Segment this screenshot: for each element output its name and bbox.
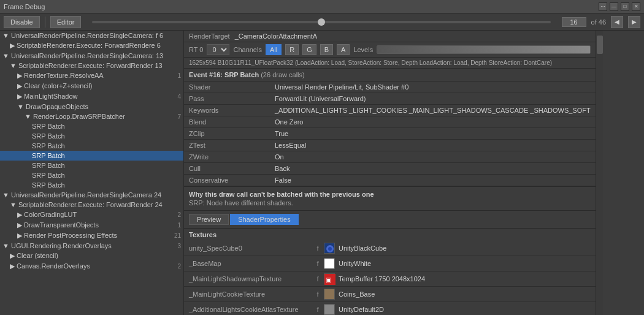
tree-item-urp3[interactable]: ▼ UniversalRenderPipeline.RenderSingleCa… (0, 190, 183, 200)
close-btn[interactable]: ✕ (632, 2, 640, 11)
prop-row: PassForwardLit (UniversalForward) (184, 93, 596, 105)
tree-item-clear1[interactable]: ▶ Clear (color+Z+stencil) (0, 81, 183, 91)
tree-item-dto[interactable]: ▶ DrawTransparentObjects1 (0, 220, 183, 230)
texture-row: _BaseMapfUnityWhite (184, 256, 596, 271)
tree-item-label: ▶ ColorGradingLUT (17, 211, 175, 219)
texture-name: _BaseMap (189, 260, 312, 267)
tab-btn-shaderproperties[interactable]: ShaderProperties (230, 214, 299, 225)
editor-button[interactable]: Editor (50, 16, 82, 28)
prop-value: False (270, 175, 596, 186)
tree-item-srp1[interactable]: ▶ ScriptableRenderer.Execute: ForwardRen… (0, 40, 183, 51)
tree-item-srpb5[interactable]: SRP Batch (0, 161, 183, 170)
frame-slider-track[interactable] (92, 21, 550, 23)
event-header: Event #16: SRP Batch (26 draw calls) (184, 69, 596, 82)
tree-item-count: 4 (177, 93, 181, 100)
tree-item-srpb6[interactable]: SRP Batch (0, 170, 183, 180)
frame-of-label: of 46 (591, 18, 606, 26)
prop-row: ConservativeFalse (184, 175, 596, 186)
tree-item-srpb7[interactable]: SRP Batch (0, 180, 183, 190)
tree-item-rl[interactable]: ▼ RenderLoop.DrawSRPBatcher7 (0, 112, 183, 121)
textures-section-title: Textures (184, 229, 596, 241)
tree-item-label: ▶ Canvas.RenderOverlays (10, 262, 175, 270)
prop-row: ZTestLessEqual (184, 140, 596, 151)
title-bar: Frame Debug ⋯ — □ ✕ (0, 0, 644, 13)
tree-item-rpe[interactable]: ▶ Render PostProcessing Effects21 (0, 230, 183, 241)
tree-item-label: ▼ ScriptableRenderer.Execute: ForwardRen… (10, 201, 181, 208)
texture-row: unity_SpecCube0fUnityBlackCube (184, 241, 596, 256)
tree-item-clear2[interactable]: ▶ Clear (stencil) (0, 251, 183, 261)
svg-point-1 (328, 247, 332, 251)
prop-row: ShaderUniversal Render Pipeline/Lit, Sub… (184, 82, 596, 93)
tree-item-srpb3[interactable]: SRP Batch (0, 141, 183, 151)
maximize-btn[interactable]: □ (621, 2, 629, 11)
minimize-btn[interactable]: — (610, 2, 618, 11)
tab-bar: PreviewShaderProperties (184, 211, 596, 229)
prev-frame-btn[interactable]: ◀ (611, 16, 623, 28)
tree-item-label: SRP Batch (32, 181, 181, 189)
next-frame-btn[interactable]: ▶ (628, 16, 640, 28)
svg-text:▣: ▣ (326, 276, 331, 283)
tree-item-label: ▼ UGUI.Rendering.RenderOverlays (2, 242, 175, 249)
rt-select[interactable]: 0 (207, 44, 229, 55)
prop-value: LessEqual (270, 140, 596, 151)
properties-table: ShaderUniversal Render Pipeline/Lit, Sub… (184, 82, 596, 186)
tree-item-count: 21 (174, 232, 181, 239)
texture-flag: f (312, 290, 324, 298)
prop-value: One Zero (270, 116, 596, 128)
tree-item-srpb2[interactable]: SRP Batch (0, 131, 183, 141)
tree-item-label: ▶ DrawTransparentObjects (17, 221, 175, 229)
tree-item-dob[interactable]: ▼ DrawOpaqueObjects (0, 102, 183, 112)
tree-item-count: 2 (177, 263, 181, 270)
tree-item-label: ▶ MainLightShadow (17, 93, 175, 101)
tab-btn-preview[interactable]: Preview (189, 214, 229, 225)
channel-g-btn[interactable]: G (302, 44, 316, 55)
tree-item-label: ▼ RenderLoop.DrawSRPBatcher (25, 113, 175, 120)
texture-name: _AdditionalLightsCookieAtlasTexture (189, 306, 312, 313)
tree-item-cro[interactable]: ▶ Canvas.RenderOverlays2 (0, 261, 183, 271)
tree-item-label: ▶ RenderTexture.ResolveAA (17, 72, 175, 80)
texture-name: unity_SpecCube0 (189, 245, 312, 252)
tree-item-label: ▶ Clear (stencil) (10, 252, 181, 260)
right-scroll-area: RenderTarget _CameraColorAttachmentA RT … (184, 31, 603, 315)
tree-item-srpb1[interactable]: SRP Batch (0, 121, 183, 131)
tree-item-srp3[interactable]: ▼ ScriptableRenderer.Execute: ForwardRen… (0, 200, 183, 210)
tree-item-ugui[interactable]: ▼ UGUI.Rendering.RenderOverlays3 (0, 241, 183, 251)
prop-key: Pass (184, 93, 270, 105)
tree-item-urp1[interactable]: ▼ UniversalRenderPipeline.RenderSingleCa… (0, 31, 183, 40)
left-panel: ▼ UniversalRenderPipeline.RenderSingleCa… (0, 31, 184, 315)
tree-item-label: SRP Batch (32, 142, 181, 150)
tree-item-count: 7 (177, 113, 181, 120)
frame-slider-thumb[interactable] (318, 18, 325, 26)
disable-button[interactable]: Disable (4, 16, 40, 28)
render-target-label: RenderTarget (189, 32, 230, 40)
channel-bar: RT 0 0 Channels All R G B A Levels (184, 42, 596, 58)
tree-item-clut[interactable]: ▶ ColorGradingLUT2 (0, 210, 183, 220)
channel-all-btn[interactable]: All (266, 44, 282, 55)
prop-key: ZWrite (184, 151, 270, 163)
channel-r-btn[interactable]: R (285, 44, 299, 55)
ellipsis-btn[interactable]: ⋯ (599, 2, 607, 11)
texture-label: UnityBlackCube (339, 245, 386, 252)
tree-item-label: SRP Batch (32, 123, 181, 130)
right-scrollbar-thumb[interactable] (597, 36, 603, 54)
tree-item-rt[interactable]: ▶ RenderTexture.ResolveAA1 (0, 70, 183, 81)
prop-row: ZClipTrue (184, 128, 596, 140)
channel-b-btn[interactable]: B (320, 44, 333, 55)
texture-row: _MainLightCookieTexturefCoins_Base (184, 287, 596, 302)
texture-label: Coins_Base (339, 290, 375, 298)
prop-row: Keywords_ADDITIONAL_LIGHTS _LIGHT_COOKIE… (184, 105, 596, 116)
tree-item-urp2[interactable]: ▼ UniversalRenderPipeline.RenderSingleCa… (0, 51, 183, 61)
right-scrollbar[interactable] (596, 31, 603, 315)
prop-key: Keywords (184, 105, 270, 116)
tree-item-label: ▼ DrawOpaqueObjects (17, 103, 181, 110)
textures-list: unity_SpecCube0fUnityBlackCube_BaseMapfU… (184, 241, 596, 315)
tree-item-mls[interactable]: ▶ MainLightShadow4 (0, 91, 183, 102)
prop-key: ZTest (184, 140, 270, 151)
batch-note-title: Why this draw call can't be batched with… (189, 191, 591, 198)
channel-a-btn[interactable]: A (337, 44, 350, 55)
tree-item-srpb4[interactable]: SRP Batch (0, 151, 183, 161)
prop-row: BlendOne Zero (184, 116, 596, 128)
levels-bar (377, 45, 591, 54)
texture-flag: f (312, 275, 324, 283)
tree-item-srp2[interactable]: ▼ ScriptableRenderer.Execute: ForwardRen… (0, 61, 183, 70)
